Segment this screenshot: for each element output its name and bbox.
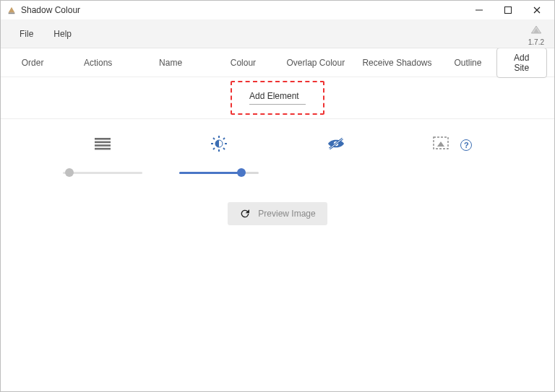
visibility-tool[interactable]	[278, 136, 395, 153]
svg-line-14	[213, 138, 215, 139]
globe-icon[interactable]	[529, 22, 543, 37]
col-colour[interactable]: Colour	[210, 58, 277, 68]
svg-line-15	[223, 148, 225, 149]
tool-row: ?	[44, 135, 511, 154]
column-headers: Order Actions Name Colour Overlap Colour…	[1, 48, 554, 77]
svg-rect-4	[95, 138, 111, 140]
underline-decoration	[249, 104, 306, 105]
col-actions[interactable]: Actions	[64, 58, 132, 68]
marquee-tool[interactable]: ?	[395, 136, 512, 153]
col-overlap[interactable]: Overlap Colour	[277, 58, 355, 68]
brightness-slider[interactable]	[179, 167, 259, 178]
version-box: 1.7.2	[528, 22, 544, 46]
opacity-slider[interactable]	[63, 167, 142, 178]
maximize-button[interactable]	[494, 1, 522, 19]
app-icon	[7, 5, 17, 15]
lines-tool[interactable]	[44, 137, 161, 152]
close-button[interactable]	[522, 1, 551, 19]
brightness-tool[interactable]	[161, 135, 278, 154]
titlebar: Shadow Colour	[1, 1, 554, 19]
col-order[interactable]: Order	[1, 58, 64, 68]
menubar: File Help 1.7.2	[1, 19, 554, 48]
menu-file[interactable]: File	[9, 25, 43, 43]
app-window: Shadow Colour File Help 1.7.2	[0, 0, 555, 392]
minimize-button[interactable]	[465, 1, 494, 19]
window-title: Shadow Colour	[21, 5, 80, 15]
slider-row	[44, 167, 511, 178]
tool-area: ?	[1, 119, 554, 232]
svg-rect-6	[95, 144, 111, 147]
eye-off-icon	[327, 136, 345, 153]
brightness-icon	[210, 135, 228, 154]
lines-icon	[95, 137, 111, 152]
window-controls	[465, 1, 551, 19]
col-outline[interactable]: Outline	[439, 58, 496, 68]
preview-row: Preview Image	[44, 202, 511, 225]
add-element-button[interactable]: Add Element	[231, 81, 324, 115]
preview-image-button[interactable]: Preview Image	[228, 202, 327, 225]
marquee-select-icon	[433, 136, 449, 153]
svg-rect-1	[505, 7, 512, 14]
version-label: 1.7.2	[528, 38, 544, 46]
svg-rect-0	[476, 10, 483, 11]
svg-rect-7	[95, 148, 111, 150]
col-receive-shadows[interactable]: Receive Shadows	[355, 58, 440, 68]
help-icon[interactable]: ?	[460, 139, 472, 151]
add-element-label: Add Element	[249, 91, 299, 101]
refresh-icon	[239, 208, 251, 219]
add-site-button[interactable]: Add Site	[496, 48, 547, 78]
preview-label: Preview Image	[258, 209, 315, 219]
add-element-zone: Add Element	[1, 77, 554, 119]
svg-line-17	[223, 138, 225, 139]
svg-rect-5	[95, 141, 111, 144]
col-name[interactable]: Name	[132, 58, 210, 68]
svg-line-16	[213, 148, 215, 149]
menu-help[interactable]: Help	[43, 25, 82, 43]
